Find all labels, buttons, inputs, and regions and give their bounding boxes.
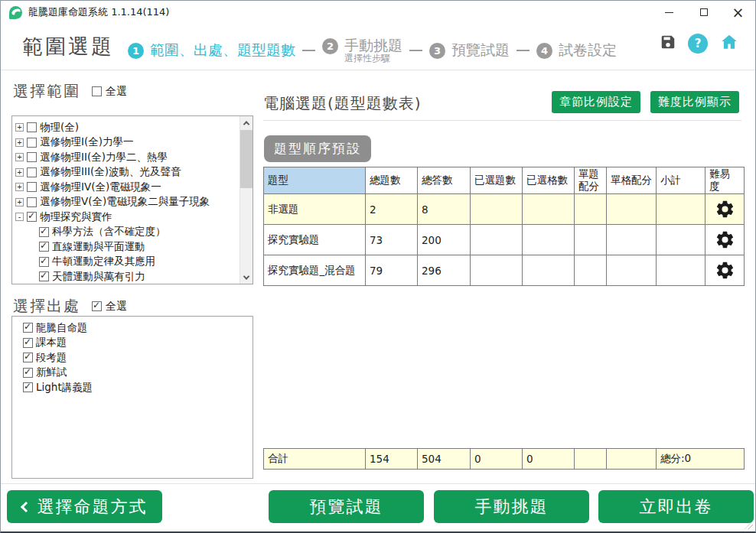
summary-selected-cells: 0 [523,449,575,470]
step-1-label: 範圍、出處、題型題數 [150,41,295,60]
checkbox[interactable] [39,271,49,281]
source-select-all[interactable]: 全選 [92,300,127,314]
summary-row: 合計 154 504 0 0 總分:0 [264,449,745,470]
scrollbar-thumb[interactable] [240,130,253,188]
checkbox[interactable] [23,353,33,362]
tree-item[interactable]: + 選修物理I(全)力學一 [15,135,237,151]
cell-selected-questions[interactable] [471,225,523,255]
summary-points-per-cell [607,449,657,470]
step-1[interactable]: 1 範圍、出處、題型題數 [128,41,295,60]
cell-selected-cells[interactable] [523,255,575,286]
list-item[interactable]: 課本題 [15,336,237,351]
checkbox[interactable] [23,368,33,378]
type-order-preset-button[interactable]: 題型順序預設 [264,135,371,162]
checkbox[interactable] [27,122,37,132]
difficulty-ratio-button[interactable]: 難度比例顯示 [650,91,739,113]
difficulty-settings-button[interactable] [705,225,745,255]
title-bar: 龍騰題庫命題系統 1.1.14(114) × [1,1,755,24]
cell-points-per-cell[interactable] [607,194,657,225]
difficulty-settings-button[interactable] [705,194,745,225]
summary-total-answers: 504 [418,449,471,470]
checkbox[interactable] [27,212,37,222]
cell-points-per-question[interactable] [575,225,607,255]
difficulty-settings-button[interactable] [705,255,745,286]
cell-points-per-question[interactable] [575,255,607,286]
scope-select-all[interactable]: 全選 [92,85,127,99]
minimize-icon [665,12,673,13]
summary-points-per-question [575,449,607,470]
expand-toggle-icon[interactable]: + [15,153,24,161]
cell-selected-cells[interactable] [523,194,575,225]
checkbox[interactable] [39,257,49,267]
preview-questions-button[interactable]: 預覽試題 [269,490,424,523]
cell-points-per-cell[interactable] [607,255,657,286]
generate-exam-button[interactable]: 立即出卷 [598,490,754,523]
source-section-header: 選擇出處 全選 [13,296,127,317]
manual-pick-button[interactable]: 手動挑題 [434,490,589,523]
cell-points-per-cell[interactable] [607,225,657,255]
expand-toggle-icon[interactable]: + [15,123,24,132]
source-select-all-label: 全選 [106,300,127,314]
checkbox[interactable] [23,382,33,392]
checkbox[interactable] [23,338,33,348]
source-select-all-checkbox[interactable] [92,301,102,311]
scroll-down-button[interactable] [240,271,253,284]
tree-item[interactable]: - 物理探究與實作 [15,210,237,225]
cell-question-type: 非選題 [264,194,366,225]
checkbox[interactable] [39,242,49,252]
checkbox[interactable] [39,227,49,237]
checkbox[interactable] [27,138,37,148]
tree-item-label: 物理(全) [40,121,79,135]
back-to-mode-button[interactable]: 選擇命題方式 [7,490,162,523]
cell-total-answers: 8 [418,194,471,225]
expand-toggle-icon[interactable]: + [15,168,24,177]
list-item[interactable]: 龍騰自命題 [15,320,237,336]
tree-item[interactable]: + 物理(全) [15,120,237,135]
home-button[interactable] [719,32,739,55]
help-button[interactable]: ? [688,34,708,54]
expand-toggle-icon[interactable]: - [15,213,24,221]
help-icon: ? [695,37,702,50]
list-item[interactable]: 新鮮試 [15,366,237,381]
cell-selected-questions[interactable] [471,255,523,286]
app-logo-icon [9,6,22,19]
checkbox[interactable] [23,323,33,333]
tree-item-label: 科學方法（含不確定度） [52,225,166,239]
cell-selected-cells[interactable] [523,225,575,255]
minimize-button[interactable] [652,1,686,24]
tree-item[interactable]: 牛頓運動定律及其應用 [15,255,237,270]
scroll-up-button[interactable] [240,116,253,129]
scrollbar[interactable] [240,116,253,284]
tree-item[interactable]: + 選修物理IV(全)電磁現象一 [15,180,237,195]
cell-total-questions: 2 [366,194,418,225]
checkbox[interactable] [27,152,37,162]
cell-points-per-question[interactable] [575,194,607,225]
tree-item[interactable]: 直線運動與平面運動 [15,239,237,255]
step-4[interactable]: 4 試卷設定 [536,41,617,60]
tree-item[interactable]: + 選修物理II(全)力學二、熱學 [15,150,237,165]
column-header: 題型 [264,167,366,194]
list-item[interactable]: Light講義題 [15,380,237,395]
expand-toggle-icon[interactable]: + [15,198,24,206]
close-button[interactable]: × [721,1,755,24]
scope-select-all-checkbox[interactable] [92,86,102,96]
cell-question-type: 探究實驗題_混合題 [264,255,366,286]
chapter-ratio-button[interactable]: 章節比例設定 [552,91,640,113]
checkbox[interactable] [27,167,37,177]
tree-item[interactable]: 天體運動與萬有引力 [15,269,237,284]
tree-item[interactable]: + 選修物理III(全)波動、光及聲音 [15,165,237,180]
expand-toggle-icon[interactable]: + [15,183,24,191]
tree-item[interactable]: + 選修物理V(全)電磁現象二與量子現象 [15,195,237,210]
cell-selected-questions[interactable] [471,194,523,225]
step-3[interactable]: 3 預覽試題 [429,41,510,60]
maximize-button[interactable] [686,1,721,24]
checkbox[interactable] [27,182,37,192]
checkbox[interactable] [27,197,37,207]
expand-toggle-icon[interactable]: + [15,138,24,147]
save-button[interactable] [660,34,676,54]
list-item-label: 新鮮試 [36,366,67,379]
step-2[interactable]: 2 手動挑題 選擇性步驟 [322,37,402,63]
list-item[interactable]: 段考題 [15,350,237,366]
gear-icon [715,260,735,281]
tree-item[interactable]: 科學方法（含不確定度） [15,225,237,240]
